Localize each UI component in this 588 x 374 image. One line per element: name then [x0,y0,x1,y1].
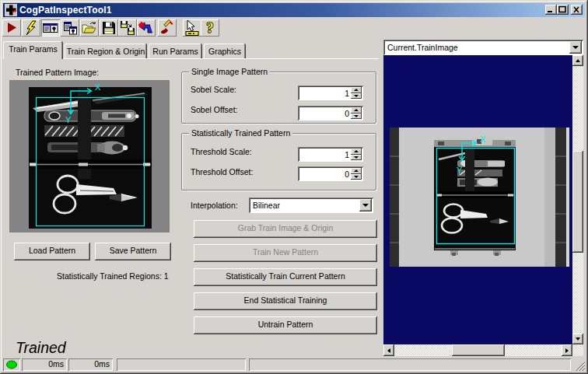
svg-text:Y: Y [457,166,463,175]
svg-text:Y: Y [65,115,72,124]
svg-text:X: X [480,135,486,144]
svg-text:X: X [95,82,101,92]
svg-text:?: ? [206,20,214,36]
